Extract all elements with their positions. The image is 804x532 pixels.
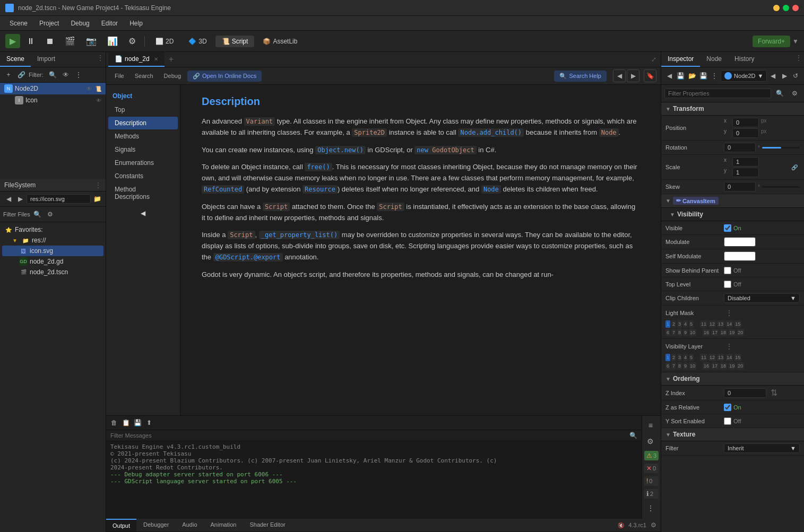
canvasitem-section-header[interactable]: ▼ ✏ CanvasItem: [661, 194, 804, 208]
insp-save-file[interactable]: 💾: [698, 69, 708, 82]
tab-output[interactable]: Output: [106, 519, 136, 531]
menu-editor[interactable]: Editor: [96, 18, 123, 29]
lm-btn-15[interactable]: 15: [734, 320, 741, 328]
rotation-slider[interactable]: [762, 147, 800, 149]
insp-refresh[interactable]: ↺: [791, 69, 801, 82]
light-mask-more-button[interactable]: ⋮: [724, 308, 734, 318]
dropdown-arrow[interactable]: ▼: [792, 38, 799, 45]
nav-item-constants[interactable]: Constants: [108, 170, 178, 182]
fs-forward-button[interactable]: ▶: [15, 194, 25, 204]
y-sort-enabled-checkbox[interactable]: [724, 417, 731, 425]
filter-dropdown[interactable]: Inherit ▼: [724, 443, 800, 453]
mode-2d-button[interactable]: ⬜ 2D: [149, 36, 180, 47]
nav-forward-button[interactable]: ▶: [627, 69, 639, 82]
link-refcounted[interactable]: RefCounted: [202, 185, 244, 194]
tab-animation[interactable]: Animation: [204, 519, 243, 531]
vl-btn-11[interactable]: 11: [700, 354, 707, 361]
show-behind-parent-checkbox[interactable]: [724, 267, 731, 274]
tab-history[interactable]: History: [728, 52, 760, 67]
insp-options[interactable]: ⋮: [710, 69, 720, 82]
mode-script-button[interactable]: 📜 Script: [215, 36, 255, 47]
menu-project[interactable]: Project: [34, 18, 64, 29]
lm-btn-18[interactable]: 18: [720, 329, 727, 336]
link-object-new[interactable]: Object.new(): [315, 146, 366, 154]
modulate-color[interactable]: [724, 237, 756, 247]
top-level-checkbox[interactable]: [724, 281, 731, 288]
search-help-button[interactable]: 🔍 Search Help: [554, 71, 607, 82]
link-resource[interactable]: Resource: [302, 185, 338, 194]
minimize-button[interactable]: [773, 5, 780, 11]
lm-btn-1[interactable]: 1: [665, 320, 670, 328]
caution-badge[interactable]: ! 0: [644, 476, 659, 486]
position-x-input[interactable]: [732, 118, 759, 127]
vl-btn-13[interactable]: 13: [717, 354, 724, 361]
tab-node[interactable]: Node: [700, 52, 728, 67]
nav-item-description[interactable]: Description: [108, 117, 178, 129]
scale-y-input[interactable]: [732, 168, 759, 177]
insp-load[interactable]: 📂: [687, 69, 697, 82]
visibility-toggle-icon[interactable]: 👁: [96, 98, 101, 103]
vl-btn-15[interactable]: 15: [734, 354, 741, 361]
insp-nav-forward[interactable]: ▶: [780, 69, 790, 82]
fs-node2d-tscn[interactable]: 🎬 node_2d.tscn: [2, 267, 103, 277]
lm-btn-6[interactable]: 6: [665, 329, 670, 336]
search-menu-button[interactable]: Search: [131, 71, 158, 81]
lm-btn-9[interactable]: 9: [683, 329, 688, 336]
group-button[interactable]: 👁: [60, 69, 71, 80]
tab-inspector[interactable]: Inspector: [661, 52, 700, 67]
instance-node-button[interactable]: 🔗: [16, 69, 27, 80]
collapse-nav-button[interactable]: ◀: [106, 207, 180, 219]
settings-button[interactable]: ⚙: [124, 34, 140, 48]
nav-item-method-descriptions[interactable]: Method Descriptions: [108, 183, 178, 203]
editor-fullscreen-button[interactable]: ⤢: [649, 54, 659, 65]
vl-btn-14[interactable]: 14: [725, 354, 733, 361]
lm-btn-20[interactable]: 20: [737, 329, 744, 336]
filter-search-button[interactable]: 🔍: [773, 87, 786, 100]
lm-btn-12[interactable]: 12: [708, 320, 716, 328]
tab-audio[interactable]: Audio: [176, 519, 203, 531]
menu-scene[interactable]: Scene: [4, 18, 33, 29]
visible-checkbox[interactable]: [724, 224, 731, 232]
vl-btn-5[interactable]: 5: [689, 354, 694, 361]
vl-btn-8[interactable]: 8: [677, 362, 682, 370]
stop-button[interactable]: ⏹: [41, 34, 58, 48]
scene-options-button[interactable]: ⋮: [73, 69, 84, 80]
vl-btn-2[interactable]: 2: [671, 354, 676, 361]
link-node[interactable]: Node: [481, 185, 501, 194]
tab-close-button[interactable]: ✕: [154, 56, 158, 62]
vl-btn-1[interactable]: 1: [665, 354, 670, 361]
mode-assetlib-button[interactable]: 📦 AssetLib: [256, 36, 304, 47]
filesystem-menu-button[interactable]: ⋮: [95, 181, 101, 189]
menu-debug[interactable]: Debug: [65, 18, 94, 29]
vl-btn-9[interactable]: 9: [683, 362, 688, 370]
tab-scene[interactable]: Scene: [0, 52, 31, 67]
link-get-property-list[interactable]: _get_property_list(): [259, 231, 340, 239]
fs-favorites[interactable]: ⭐ Favorites:: [2, 224, 103, 235]
side-btn-1[interactable]: ≡: [643, 418, 658, 433]
camera-button[interactable]: 📷: [82, 34, 101, 48]
z-as-relative-checkbox[interactable]: [724, 404, 731, 411]
insp-history-back[interactable]: ◀: [664, 69, 675, 82]
movie-button[interactable]: 🎬: [60, 34, 80, 48]
fs-icon-svg[interactable]: 🖼 icon.svg: [2, 246, 103, 256]
tab-import[interactable]: Import: [31, 52, 62, 67]
filter-properties-input[interactable]: [664, 89, 771, 98]
pause-button[interactable]: ⏸: [22, 34, 39, 48]
transform-section-header[interactable]: ▼ Transform: [661, 102, 804, 116]
lm-btn-13[interactable]: 13: [717, 320, 724, 328]
error-badge[interactable]: ✕ 0: [644, 464, 659, 473]
vl-btn-10[interactable]: 10: [689, 362, 696, 370]
scene-menu-button[interactable]: ⋮: [95, 52, 106, 67]
lm-btn-8[interactable]: 8: [677, 329, 682, 336]
vl-btn-6[interactable]: 6: [665, 362, 670, 370]
vl-btn-20[interactable]: 20: [737, 362, 744, 370]
link-scale-button[interactable]: 🔗: [791, 164, 798, 170]
nav-item-top[interactable]: Top: [108, 103, 178, 116]
chart-button[interactable]: 📊: [103, 34, 122, 48]
filter-files-button[interactable]: 🔍: [32, 209, 43, 220]
clear-button[interactable]: 🗑: [108, 417, 120, 429]
visibility-layer-more-button[interactable]: ⋮: [724, 341, 734, 352]
vl-btn-16[interactable]: 16: [703, 362, 710, 370]
lm-btn-16[interactable]: 16: [703, 329, 710, 336]
menu-help[interactable]: Help: [124, 18, 148, 29]
